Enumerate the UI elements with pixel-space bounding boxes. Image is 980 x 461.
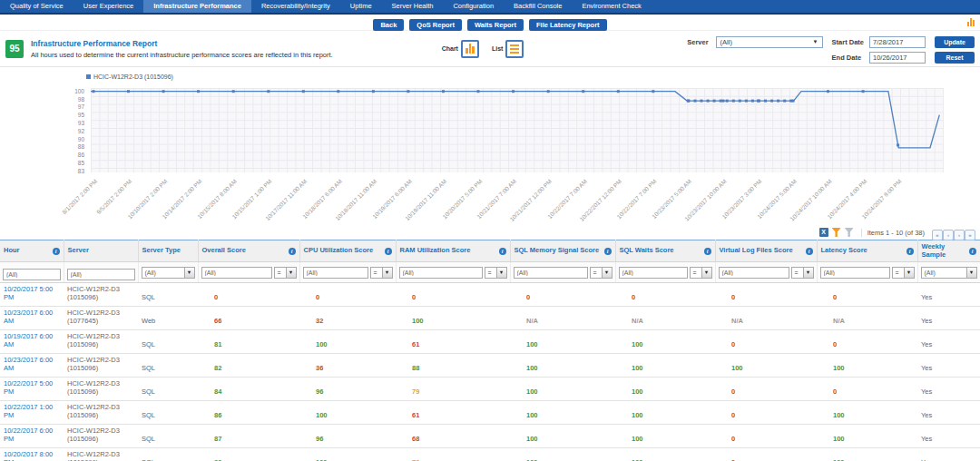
qos-report-button[interactable]: QoS Report <box>409 19 462 31</box>
hour-cell[interactable]: 10/22/2017 1:00 PM <box>0 401 64 425</box>
server-select[interactable]: (All) ▼ <box>716 36 823 48</box>
info-icon[interactable]: i <box>806 248 813 255</box>
filter-operator-sql-waits-score[interactable]: =▼ <box>690 267 712 279</box>
nav-tab-configuration[interactable]: Configuration <box>443 0 504 13</box>
filter-input-hour[interactable] <box>3 269 61 280</box>
hour-cell[interactable]: 10/19/2017 6:00 AM <box>0 330 64 354</box>
first-page-button[interactable]: « <box>932 230 943 240</box>
column-header-weekly-sample[interactable]: Weekly Samplei <box>917 240 980 262</box>
server-label: Server <box>687 38 708 46</box>
filter-operator-latency-score[interactable]: =▼ <box>892 267 915 279</box>
column-header-sql-waits-score[interactable]: SQL Waits Scorei <box>615 240 715 262</box>
file-latency-report-button[interactable]: File Latency Report <box>529 19 607 31</box>
hour-cell[interactable]: 10/22/2017 5:00 PM <box>0 378 64 401</box>
info-icon[interactable]: i <box>604 248 612 255</box>
score-cell: 0 <box>715 283 817 307</box>
filter-operator-cpu-utilization-score[interactable]: =▼ <box>370 267 393 279</box>
column-header-server-type[interactable]: Server Type <box>138 240 198 262</box>
nav-tab-infrastructure-performance[interactable]: Infrastructure Performance <box>143 0 251 13</box>
filter-cell-virtual-log-files-score: =▼ <box>715 262 817 283</box>
filter-input-server[interactable] <box>67 269 135 280</box>
info-icon[interactable]: i <box>704 248 711 255</box>
column-header-virtual-log-files-score[interactable]: Virtual Log Files Scorei <box>715 240 817 262</box>
nav-tab-recoverability-integrity[interactable]: Recoverability/Integrity <box>251 0 340 13</box>
filter-input-cpu-utilization-score[interactable] <box>303 267 368 279</box>
column-header-hour[interactable]: Houri <box>0 240 64 262</box>
column-label: Overall Score <box>202 247 246 255</box>
chart-icon[interactable] <box>967 17 975 26</box>
chart-legend: HCIC-W12R2-D3 (1015096) <box>86 74 173 80</box>
filter-icon[interactable] <box>832 228 841 237</box>
nav-tab-server-health[interactable]: Server Health <box>382 0 444 13</box>
report-toolbar: BackQoS ReportWaits ReportFile Latency R… <box>0 15 980 31</box>
score-cell: 100 <box>510 425 615 448</box>
column-label: RAM Utilization Score <box>400 247 471 255</box>
end-date-input[interactable] <box>869 52 926 64</box>
filter-select-weekly-sample[interactable]: (All)▼ <box>921 267 977 279</box>
waits-report-button[interactable]: Waits Report <box>467 19 524 31</box>
clear-filter-icon[interactable] <box>845 228 854 237</box>
list-view-toggle[interactable]: List <box>492 40 524 58</box>
column-header-cpu-utilization-score[interactable]: CPU Utilization Scorei <box>299 240 396 262</box>
score-cell: 0 <box>396 283 510 307</box>
reset-button[interactable]: Reset <box>935 52 975 64</box>
filter-input-sql-waits-score[interactable] <box>619 267 688 279</box>
info-icon[interactable]: i <box>53 248 60 255</box>
start-date-input[interactable] <box>869 36 926 48</box>
hour-cell[interactable]: 10/20/2017 5:00 PM <box>0 283 64 307</box>
export-excel-icon[interactable]: X <box>819 228 828 237</box>
column-header-latency-score[interactable]: Latency Scorei <box>817 240 917 262</box>
next-page-button[interactable]: › <box>954 230 965 240</box>
info-icon[interactable]: i <box>499 248 506 255</box>
weekly-sample-cell: Yes <box>917 448 980 461</box>
server-type-cell: SQL <box>138 448 198 461</box>
score-cell: 100 <box>396 307 510 330</box>
info-icon[interactable]: i <box>289 248 296 255</box>
filter-operator-sql-memory-signal-score[interactable]: =▼ <box>590 267 612 279</box>
filter-input-overall-score[interactable] <box>201 267 272 279</box>
filter-input-latency-score[interactable] <box>820 267 890 279</box>
report-header: 95 Infrastructure Performance Report All… <box>0 31 980 67</box>
server-type-cell: SQL <box>138 330 198 354</box>
filter-input-ram-utilization-score[interactable] <box>399 267 483 279</box>
back-button[interactable]: Back <box>373 19 404 31</box>
hour-cell[interactable]: 10/23/2017 6:00 AM <box>0 307 64 330</box>
filter-operator-ram-utilization-score[interactable]: =▼ <box>485 267 507 279</box>
filter-cell-ram-utilization-score: =▼ <box>396 262 510 283</box>
score-cell: 79 <box>396 378 510 401</box>
hour-cell[interactable]: 10/20/2017 8:00 PM <box>0 448 64 461</box>
info-icon[interactable]: i <box>906 248 914 255</box>
filter-operator-virtual-log-files-score[interactable]: =▼ <box>791 267 814 279</box>
chevron-down-icon: ▼ <box>904 268 914 278</box>
column-header-overall-score[interactable]: Overall Scorei <box>198 240 299 262</box>
chart-view-toggle[interactable]: Chart <box>442 40 479 58</box>
nav-tab-environment-check[interactable]: Environment Check <box>572 0 651 13</box>
filter-input-virtual-log-files-score[interactable] <box>719 267 789 279</box>
hour-cell[interactable]: 10/22/2017 6:00 PM <box>0 425 64 448</box>
score-cell: 100 <box>715 354 817 378</box>
hour-cell[interactable]: 10/23/2017 6:00 AM <box>0 354 64 378</box>
chart-plot-area <box>91 88 944 172</box>
last-page-button[interactable]: » <box>965 230 975 240</box>
score-cell: 100 <box>510 401 615 425</box>
column-header-sql-memory-signal-score[interactable]: SQL Memory Signal Scorei <box>510 240 615 262</box>
info-icon[interactable]: i <box>969 248 976 255</box>
column-header-ram-utilization-score[interactable]: RAM Utilization Scorei <box>396 240 510 262</box>
chevron-down-icon: ▼ <box>966 268 976 278</box>
info-icon[interactable]: i <box>385 248 392 255</box>
filter-select-server-type[interactable]: (All)▼ <box>142 267 195 279</box>
nav-tab-user-experience[interactable]: User Experience <box>74 0 143 13</box>
nav-tab-uptime[interactable]: Uptime <box>340 0 382 13</box>
server-cell: HCIC-W12R2-D3(1015096) <box>64 425 138 448</box>
score-cell: 88 <box>396 354 510 378</box>
filter-input-sql-memory-signal-score[interactable] <box>514 267 588 279</box>
update-button[interactable]: Update <box>935 36 975 48</box>
server-type-cell: SQL <box>138 354 198 378</box>
nav-tab-backfill-console[interactable]: Backfill Console <box>504 0 572 13</box>
prev-page-button[interactable]: ‹ <box>943 230 954 240</box>
filter-operator-overall-score[interactable]: =▼ <box>274 267 297 279</box>
column-header-server[interactable]: Server <box>64 240 138 262</box>
y-tick-label: 100 <box>74 88 84 94</box>
nav-tab-quality-of-service[interactable]: Quality of Service <box>0 0 74 13</box>
table-row: 10/20/2017 5:00 PMHCIC-W12R2-D3(1015096)… <box>0 283 980 307</box>
